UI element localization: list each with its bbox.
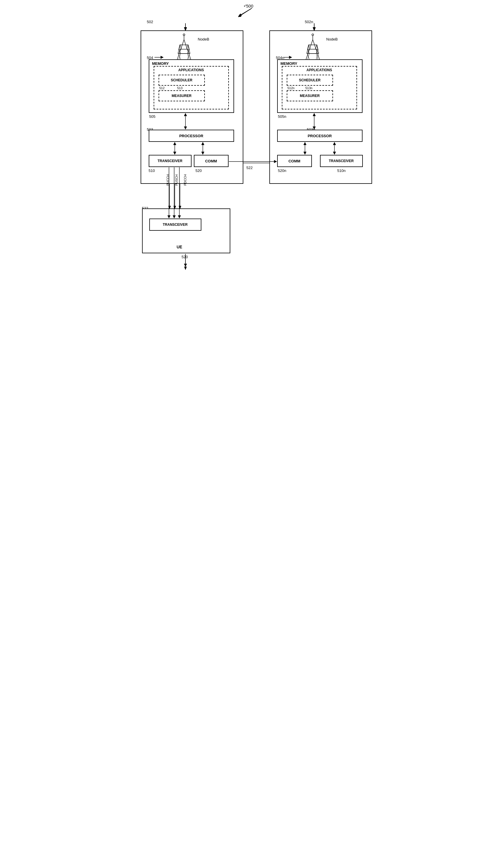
right-transceiver-box: TRANSCEIVER (320, 155, 363, 167)
left-memory-label: MEMORY (152, 61, 169, 66)
left-scheduler-label: SCHEDULER (171, 78, 193, 82)
ue-label: UE (177, 245, 182, 249)
ue-transceiver-label: TRANSCEIVER (163, 223, 187, 227)
right-nodeb-label: NodeB (326, 37, 338, 41)
svg-line-18 (177, 40, 184, 61)
right-applications-box: APPLICATIONS SCHEDULER 512n 513n MEASURE… (282, 66, 357, 109)
svg-line-0 (239, 8, 252, 16)
right-scheduler-box: SCHEDULER (287, 75, 333, 86)
svg-point-16 (183, 34, 185, 36)
left-scheduler-id: 512 (159, 86, 165, 90)
right-transceiver-label: TRANSCEIVER (329, 159, 354, 163)
right-memory-label: MEMORY (281, 61, 298, 66)
right-comm-id: 520n (278, 169, 286, 173)
left-nodeb-label: NodeB (198, 37, 210, 41)
left-processor-label: PROCESSOR (179, 134, 203, 138)
right-measurer-label: MEASURER (300, 94, 320, 98)
svg-point-41 (312, 34, 313, 36)
right-scheduler-id: 512n (288, 86, 294, 90)
ue-bottom-id: 520 (182, 255, 188, 259)
right-comm-box: COMM (277, 155, 312, 167)
right-measurer-box: MEASURER (287, 90, 333, 101)
right-tower-icon (300, 33, 326, 62)
left-measurer-box: MEASURER (159, 90, 205, 101)
left-transceiver-id: 510 (149, 169, 155, 173)
ue-transceiver-box: TRANSCEIVER (149, 218, 201, 231)
left-transceiver-box: TRANSCEIVER (149, 155, 192, 167)
pdcch-label: PDCCH (183, 174, 187, 186)
diagram-title: 500 (246, 3, 253, 8)
diagram: 500 ↙ 502 NodeB (126, 0, 378, 423)
channel-labels: PUCCH PUSCH PDCCH (166, 174, 187, 186)
left-tower-icon (171, 33, 197, 62)
pusch-label: PUSCH (175, 174, 178, 186)
svg-line-43 (306, 40, 313, 61)
right-node-id: 502n (305, 20, 313, 24)
left-node-id: 502 (147, 20, 154, 24)
left-comm-box: COMM (194, 155, 229, 167)
left-comm-id: 520 (196, 169, 202, 173)
left-measurer-label: MEASURER (172, 94, 192, 98)
left-bus-id: 505 (149, 114, 156, 119)
left-measurer-id: 513 (177, 86, 183, 90)
link-id: 522 (247, 165, 253, 170)
ue-outer-box (142, 208, 230, 253)
right-applications-label: APPLICATIONS (282, 68, 357, 72)
right-scheduler-label: SCHEDULER (299, 78, 321, 82)
left-processor-box: PROCESSOR (149, 130, 234, 142)
svg-line-44 (313, 40, 320, 61)
right-transceiver-id: 510n (337, 169, 346, 173)
svg-line-19 (184, 40, 191, 61)
left-applications-box: APPLICATIONS SCHEDULER 512 513 MEASURER (154, 66, 229, 109)
left-comm-label: COMM (205, 159, 217, 163)
left-scheduler-box: SCHEDULER (159, 75, 205, 86)
pucch-label: PUCCH (166, 174, 169, 186)
right-processor-box: PROCESSOR (277, 130, 362, 142)
left-transceiver-label: TRANSCEIVER (157, 159, 182, 163)
left-applications-label: APPLICATIONS (154, 68, 228, 72)
diagram-title-arrow-label: ↙ (244, 3, 247, 7)
svg-line-68 (238, 9, 251, 17)
right-comm-label: COMM (288, 159, 300, 163)
right-bus-id: 505n (278, 114, 286, 119)
right-processor-label: PROCESSOR (308, 134, 331, 138)
right-measurer-id: 513n (306, 86, 312, 90)
